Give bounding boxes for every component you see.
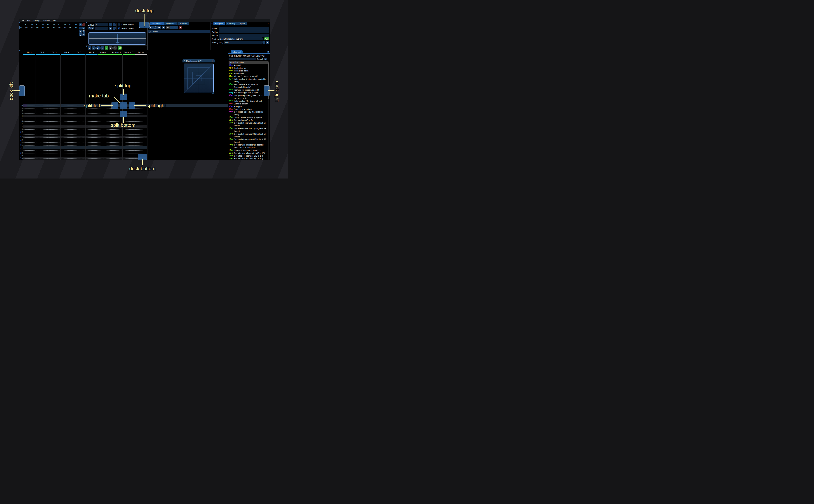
- pattern-cell[interactable]: [110, 157, 122, 160]
- effect-list[interactable]: 00xyArpeggio01xxPitch slide up02xxPitch …: [228, 64, 268, 160]
- effect-list-item[interactable]: 1BxxSet attack of operator 2 (0 to 1F): [228, 157, 268, 160]
- tab-instruments-samples[interactable]: Samples: [178, 22, 189, 25]
- pattern-cell[interactable]: [98, 133, 110, 136]
- menu-item-settings[interactable]: settings: [32, 19, 42, 22]
- effect-list-item[interactable]: 0FxxSet speed (speed 2 if no grooves exi…: [228, 111, 268, 116]
- pattern-cell[interactable]: [123, 136, 135, 138]
- pattern-cell[interactable]: [85, 120, 97, 123]
- resize-grip[interactable]: [212, 91, 214, 94]
- orders-column-header[interactable]: F1: [24, 23, 29, 26]
- effect-list-item[interactable]: 16xySet operator multiplier (x: operator…: [228, 144, 268, 149]
- pattern-cell[interactable]: [23, 109, 35, 112]
- split-target-bottom[interactable]: [120, 111, 127, 117]
- orders-cell[interactable]: 00: [46, 26, 51, 29]
- effect-list-item[interactable]: 13xxSet level of operator 2 (0 highest, …: [228, 127, 268, 133]
- pattern-cell[interactable]: [36, 128, 48, 130]
- pattern-cell[interactable]: [98, 120, 110, 123]
- channel-header-fm-1[interactable]: FM 1: [23, 51, 36, 53]
- orders-pointer-button[interactable]: [82, 33, 85, 36]
- pattern-cell[interactable]: [110, 144, 122, 146]
- pattern-cell[interactable]: [73, 128, 85, 130]
- tab-effect-list[interactable]: Effect List: [231, 50, 242, 53]
- pattern-cell[interactable]: [135, 107, 147, 109]
- pattern-cell[interactable]: [73, 160, 85, 160]
- song-name-input[interactable]: [219, 27, 269, 30]
- pattern-cell[interactable]: [23, 104, 35, 107]
- pattern-cell[interactable]: [85, 130, 97, 133]
- separator[interactable]: [210, 22, 211, 50]
- pattern-cell[interactable]: [48, 144, 60, 146]
- pattern-cell[interactable]: [123, 160, 135, 160]
- pattern-cell[interactable]: [85, 160, 97, 160]
- pattern-cell[interactable]: [36, 157, 48, 160]
- effect-search-input[interactable]: [228, 58, 256, 60]
- pattern-cell[interactable]: [98, 154, 110, 157]
- step-minus-button[interactable]: -: [109, 27, 112, 30]
- pattern-cell[interactable]: [85, 117, 97, 120]
- pattern-cell[interactable]: [123, 128, 135, 130]
- pattern-cell[interactable]: [85, 109, 97, 112]
- pattern-cell[interactable]: [85, 138, 97, 141]
- pattern-cell[interactable]: [48, 136, 60, 138]
- orders-cell[interactable]: 00: [73, 26, 78, 29]
- pattern-cell[interactable]: [110, 128, 122, 130]
- pattern-cell[interactable]: [135, 117, 147, 120]
- pattern-cell[interactable]: [48, 141, 60, 144]
- pattern-cell[interactable]: [123, 117, 135, 120]
- pattern-cell[interactable]: [48, 117, 60, 120]
- pattern-cell[interactable]: [36, 104, 48, 107]
- effect-list-item[interactable]: 09xxSet groove pattern (speed 1 if no gr…: [228, 94, 268, 100]
- pattern-cell[interactable]: [61, 109, 73, 112]
- pattern-cell[interactable]: [73, 157, 85, 160]
- pattern-cell[interactable]: [23, 152, 35, 154]
- pattern-cell[interactable]: [123, 138, 135, 141]
- pattern-cell[interactable]: [36, 146, 48, 149]
- pattern-cell[interactable]: [61, 125, 73, 128]
- orders-column-header[interactable]: F6: [51, 23, 57, 26]
- effect-list-item[interactable]: 11xxSet feedback (0 to 7): [228, 119, 268, 122]
- pattern-cell[interactable]: [48, 112, 60, 115]
- pattern-cell[interactable]: [48, 149, 60, 151]
- pattern-cell[interactable]: [23, 115, 35, 117]
- collapse-icon[interactable]: ▼: [211, 23, 213, 25]
- pattern-cell[interactable]: [98, 141, 110, 144]
- close-icon[interactable]: ✕: [267, 51, 269, 53]
- pattern-cell[interactable]: [135, 128, 147, 130]
- instrument-move-up-button[interactable]: ↑: [170, 26, 174, 29]
- pattern-cell[interactable]: [123, 152, 135, 154]
- pattern-cell[interactable]: [48, 146, 60, 149]
- transport-stop-button[interactable]: ●: [105, 46, 108, 50]
- tab-song-subsongs[interactable]: Subsongs: [226, 22, 238, 25]
- pattern-cell[interactable]: [123, 141, 135, 144]
- pattern-cell[interactable]: [73, 141, 85, 144]
- song-system-input[interactable]: Sega Genesis/Mega Drive: [219, 37, 263, 40]
- pattern-cell[interactable]: [85, 146, 97, 149]
- pattern-cell[interactable]: [85, 123, 97, 125]
- pattern-cell[interactable]: [61, 149, 73, 151]
- tab-song-song-info[interactable]: Song Info: [213, 22, 225, 25]
- pattern-cell[interactable]: [23, 130, 35, 133]
- pattern-cell[interactable]: [48, 120, 60, 123]
- pattern-cell[interactable]: [135, 144, 147, 146]
- tuning-plus-button[interactable]: +: [266, 41, 269, 44]
- orders-column-header[interactable]: F5: [46, 23, 51, 26]
- pattern-cell[interactable]: [48, 104, 60, 107]
- pattern-cell[interactable]: [73, 117, 85, 120]
- pattern-cell[interactable]: [73, 154, 85, 157]
- step-plus-button[interactable]: +: [113, 27, 116, 30]
- effect-list-item[interactable]: 02xxPitch slide down: [228, 69, 268, 72]
- pattern-cell[interactable]: [98, 115, 110, 117]
- close-icon[interactable]: ✕: [208, 22, 210, 25]
- pattern-cell[interactable]: [85, 128, 97, 130]
- pattern-cell[interactable]: [73, 125, 85, 128]
- orders-row-index[interactable]: 00: [20, 26, 24, 29]
- pattern-cell[interactable]: [85, 144, 97, 146]
- pattern-cell[interactable]: [23, 123, 35, 125]
- pattern-cell[interactable]: [36, 117, 48, 120]
- pattern-cell[interactable]: [123, 149, 135, 151]
- effect-list-item[interactable]: 1AxxSet attack of operator 1 (0 to 1F): [228, 155, 268, 157]
- pattern-cell[interactable]: [48, 154, 60, 157]
- instrument-duplicate-button[interactable]: [153, 26, 157, 29]
- pattern-cell[interactable]: [23, 107, 35, 109]
- tab-song-speed[interactable]: Speed: [238, 22, 247, 25]
